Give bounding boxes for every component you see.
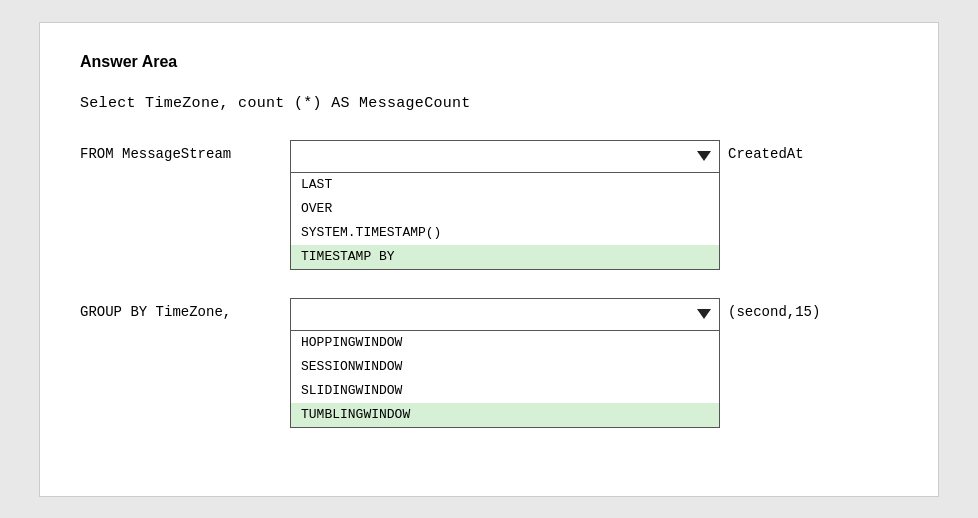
option-timestamp-by[interactable]: TIMESTAMP BY [291,245,719,269]
option-last[interactable]: LAST [291,173,719,197]
option-hoppingwindow[interactable]: HOPPINGWINDOW [291,331,719,355]
dropdown-from-header[interactable] [291,141,719,173]
option-system-timestamp[interactable]: SYSTEM.TIMESTAMP() [291,221,719,245]
row-groupby: GROUP BY TimeZone, HOPPINGWINDOW SESSION… [80,298,898,428]
option-tumblingwindow[interactable]: TUMBLINGWINDOW [291,403,719,427]
row-from: FROM MessageStream LAST OVER SYSTEM.TIME… [80,140,898,270]
answer-area-card: Answer Area Select TimeZone, count (*) A… [39,22,939,497]
row-from-label: FROM MessageStream [80,140,290,162]
dropdown-from[interactable]: LAST OVER SYSTEM.TIMESTAMP() TIMESTAMP B… [290,140,720,270]
option-slidingwindow[interactable]: SLIDINGWINDOW [291,379,719,403]
section-title: Answer Area [80,53,898,71]
option-sessionwindow[interactable]: SESSIONWINDOW [291,355,719,379]
row-from-suffix: CreatedAt [728,140,804,162]
dropdown-groupby[interactable]: HOPPINGWINDOW SESSIONWINDOW SLIDINGWINDO… [290,298,720,428]
sql-line: Select TimeZone, count (*) AS MessageCou… [80,95,898,112]
dropdown-from-options: LAST OVER SYSTEM.TIMESTAMP() TIMESTAMP B… [291,173,719,269]
row-groupby-label: GROUP BY TimeZone, [80,298,290,320]
option-over[interactable]: OVER [291,197,719,221]
row-groupby-suffix: (second,15) [728,298,820,320]
dropdown-groupby-header[interactable] [291,299,719,331]
dropdown-groupby-options: HOPPINGWINDOW SESSIONWINDOW SLIDINGWINDO… [291,331,719,427]
dropdown-groupby-arrow-icon [697,309,711,319]
dropdown-from-arrow-icon [697,151,711,161]
